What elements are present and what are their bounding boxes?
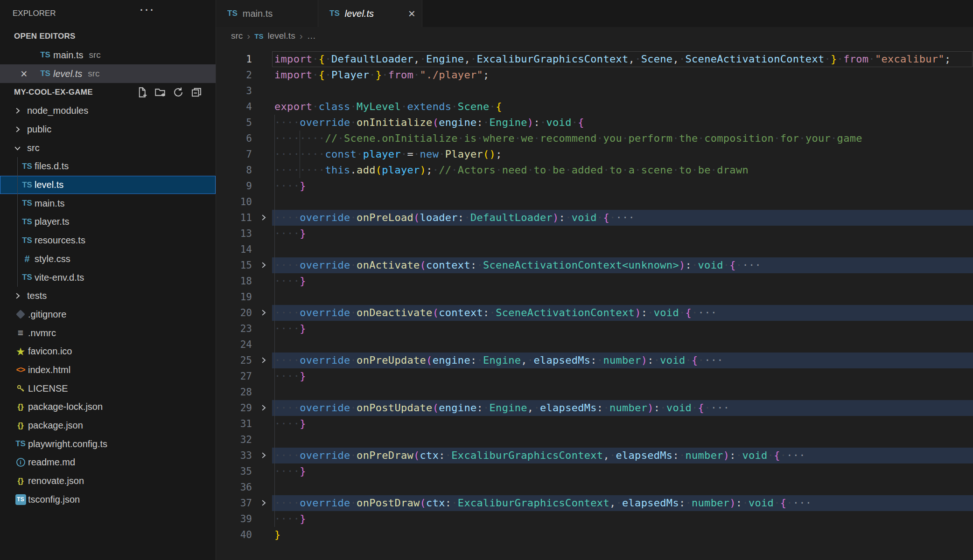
tree-item-files-d-ts[interactable]: TSfiles.d.ts (0, 157, 216, 176)
line-number: 13 (216, 226, 252, 242)
fold-chevron-icon[interactable] (257, 451, 269, 460)
code-text: ····} (274, 368, 306, 384)
code-text: ····} (274, 463, 306, 479)
chevron-down-icon[interactable] (13, 144, 27, 152)
breadcrumb-item[interactable]: level.ts (268, 31, 295, 41)
new-file-icon[interactable] (136, 87, 147, 98)
open-editor-item[interactable]: ×TSlevel.tssrc (0, 64, 216, 83)
code-text: ········this.add(player);·//·Actors·need… (274, 162, 749, 178)
code-text: ········//·Scene.onInitialize·is·where·w… (274, 131, 862, 146)
open-editor-item[interactable]: TSmain.tssrc (0, 46, 216, 64)
fold-chevron-icon[interactable] (257, 498, 269, 507)
code-line: 40} (216, 527, 973, 543)
code-line: 14 (216, 242, 973, 257)
close-icon[interactable]: × (408, 9, 415, 18)
fold-chevron-icon[interactable] (257, 261, 269, 270)
html-file-icon: <> (16, 365, 25, 375)
explorer-sidebar: EXPLORER ··· OPEN EDITORS TSmain.tssrc×T… (0, 0, 216, 560)
code-text: ····override·onPreLoad(loader:·DefaultLo… (274, 210, 635, 226)
breadcrumb-item[interactable]: … (307, 31, 316, 41)
text-lines-icon: ≡ (18, 327, 23, 339)
project-root-header[interactable]: MY-COOL-EX-GAME (0, 83, 216, 102)
tree-item-package-lock-json[interactable]: {}package-lock.json (0, 398, 216, 416)
close-icon[interactable]: × (0, 69, 37, 78)
line-number: 20 (216, 305, 252, 321)
tree-item-resources-ts[interactable]: TSresources.ts (0, 231, 216, 250)
chevron-right-icon[interactable] (13, 291, 27, 300)
tree-item-license[interactable]: LICENSE (0, 379, 216, 398)
code-editor[interactable]: 1import·{·DefaultLoader,·Engine,·Excalib… (216, 45, 973, 560)
line-number: 11 (216, 210, 252, 226)
tree-item-label: player.ts (35, 216, 69, 227)
open-editor-description: src (89, 50, 100, 60)
fold-chevron-icon[interactable] (257, 213, 269, 222)
open-editors-header[interactable]: OPEN EDITORS (0, 27, 216, 46)
line-number: 14 (216, 242, 252, 257)
collapse-all-icon[interactable] (191, 87, 202, 98)
open-editor-description: src (88, 69, 99, 79)
code-text: } (274, 527, 281, 543)
typescript-file-icon: TS (22, 180, 32, 190)
typescript-file-icon: TS (22, 217, 32, 227)
tree-item-renovate-json[interactable]: {}renovate.json (0, 472, 216, 491)
tree-item-favicon-ico[interactable]: ★favicon.ico (0, 342, 216, 361)
tree-item-label: .nvmrc (28, 328, 56, 339)
code-line: 33····override·onPreDraw(ctx:·ExcaliburG… (216, 448, 973, 463)
tab-label: level.ts (345, 8, 374, 19)
fold-chevron-icon[interactable] (257, 403, 269, 412)
tree-item-public[interactable]: public (0, 120, 216, 139)
more-actions-icon[interactable]: ··· (139, 1, 154, 17)
breadcrumb-item[interactable]: src (231, 31, 243, 41)
tree-item-vite-env-d-ts[interactable]: TSvite-env.d.ts (0, 268, 216, 287)
refresh-icon[interactable] (173, 87, 184, 98)
code-line: 4export·class·MyLevel·extends·Scene·{ (216, 99, 973, 115)
typescript-file-icon: TS (40, 69, 50, 78)
line-number: 36 (216, 479, 252, 495)
tree-item-label: .gitignore (28, 309, 66, 320)
tree-item--gitignore[interactable]: .gitignore (0, 305, 216, 324)
code-line: 6········//·Scene.onInitialize·is·where·… (216, 131, 973, 146)
tab-label: main.ts (243, 8, 273, 19)
code-line: 19 (216, 289, 973, 305)
code-text: ····} (274, 226, 306, 242)
tree-item-src[interactable]: src (0, 138, 216, 157)
tab-main-ts[interactable]: TSmain.ts (216, 0, 318, 27)
tree-item-tests[interactable]: tests (0, 287, 216, 305)
code-text: ····override·onPostDraw(ctx:·ExcaliburGr… (274, 495, 812, 511)
tree-item-label: src (27, 143, 40, 153)
code-line: 18····} (216, 273, 973, 289)
tree-item-readme-md[interactable]: ireadme.md (0, 453, 216, 472)
sidebar-header: EXPLORER ··· (0, 0, 216, 27)
chevron-right-icon[interactable] (13, 106, 27, 115)
code-line: 23····} (216, 321, 973, 337)
tree-item-label: node_modules (27, 105, 88, 116)
line-number: 7 (216, 146, 252, 162)
tree-item-label: readme.md (28, 457, 75, 468)
tree-item-tsconfig-json[interactable]: TStsconfig.json (0, 490, 216, 509)
tree-item-node-modules[interactable]: node_modules (0, 102, 216, 120)
new-folder-icon[interactable] (154, 87, 166, 98)
tree-item-package-json[interactable]: {}package.json (0, 416, 216, 435)
tree-item--nvmrc[interactable]: ≡.nvmrc (0, 324, 216, 342)
vscode-window: EXPLORER ··· OPEN EDITORS TSmain.tssrc×T… (0, 0, 973, 560)
tree-item-main-ts[interactable]: TSmain.ts (0, 194, 216, 213)
tree-item-index-html[interactable]: <>index.html (0, 361, 216, 380)
tree-item-playwright-config-ts[interactable]: TSplaywright.config.ts (0, 435, 216, 453)
tree-item-style-css[interactable]: #style.css (0, 250, 216, 269)
typescript-file-icon: TS (22, 273, 32, 282)
fold-chevron-icon[interactable] (257, 356, 269, 365)
code-line: 36 (216, 479, 973, 495)
line-number: 15 (216, 257, 252, 273)
project-root-label: MY-COOL-EX-GAME (14, 88, 93, 97)
tree-item-label: tsconfig.json (28, 494, 80, 505)
line-number: 28 (216, 384, 252, 400)
code-line: 25····override·onPreUpdate(engine:·Engin… (216, 353, 973, 368)
code-line: 27····} (216, 368, 973, 384)
fold-chevron-icon[interactable] (257, 308, 269, 317)
indent-guide (274, 289, 275, 305)
tree-item-label: tests (27, 290, 47, 301)
tab-level-ts[interactable]: TSlevel.ts× (318, 0, 422, 27)
tree-item-level-ts[interactable]: TSlevel.ts (0, 176, 216, 194)
tree-item-player-ts[interactable]: TSplayer.ts (0, 213, 216, 231)
chevron-right-icon[interactable] (13, 125, 27, 134)
